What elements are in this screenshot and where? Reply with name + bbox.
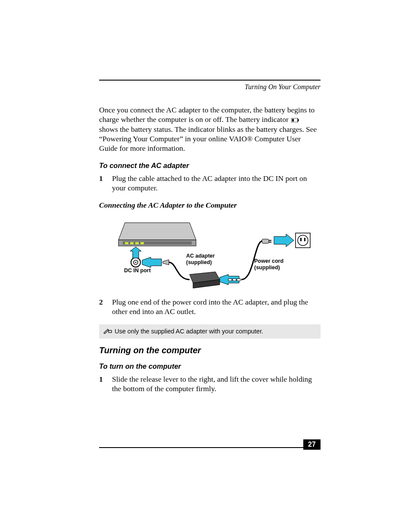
step-text: Slide the release lever to the right, an… (112, 375, 321, 394)
running-header: Turning On Your Computer (99, 83, 321, 91)
top-rule (99, 80, 321, 81)
svg-rect-9 (140, 242, 144, 244)
step-number: 1 (99, 375, 112, 394)
connect-step-2: 2 Plug one end of the power cord into th… (99, 298, 321, 317)
svg-marker-28 (130, 247, 141, 258)
svg-rect-20 (262, 239, 269, 243)
figure-label-power-cord: Power cord (supplied) (254, 258, 283, 271)
svg-rect-29 (109, 330, 112, 333)
svg-marker-23 (274, 234, 294, 247)
figure-caption: Connecting the AC Adapter to the Compute… (99, 201, 321, 210)
svg-marker-3 (118, 223, 196, 240)
step-number: 2 (99, 298, 112, 317)
svg-rect-2 (292, 119, 294, 121)
step-text: Plug one end of the power cord into the … (112, 298, 321, 317)
figure-label-ac-adapter-l1: AC adapter (186, 253, 215, 259)
page-footer: 27 (99, 447, 321, 448)
step-text: Plug the cable attached to the AC adapte… (112, 174, 321, 193)
svg-rect-22 (269, 242, 271, 243)
svg-rect-27 (304, 238, 305, 241)
svg-marker-13 (142, 257, 162, 268)
connect-heading: To connect the AC adapter (99, 162, 321, 170)
intro-text-2: shows the battery status. The indicator … (99, 125, 317, 152)
ac-adapter-figure: DC IN port AC adapter (supplied) Power c… (99, 215, 321, 292)
turn-on-sub-heading: To turn on the computer (99, 362, 321, 370)
svg-point-12 (135, 262, 137, 263)
note-text: Use only the supplied AC adapter with yo… (115, 328, 263, 335)
intro-text-1: Once you connect the AC adapter to the c… (99, 106, 314, 124)
battery-indicator-icon (291, 115, 299, 125)
document-page: Turning On Your Computer Once you connec… (0, 0, 411, 532)
svg-rect-21 (269, 240, 271, 241)
figure-label-ac-adapter: AC adapter (supplied) (186, 253, 215, 265)
svg-rect-26 (300, 238, 302, 241)
figure-label-dc-in: DC IN port (124, 268, 151, 274)
bottom-rule (99, 447, 321, 448)
figure-label-power-cord-l2: (supplied) (254, 264, 280, 271)
intro-paragraph: Once you connect the AC adapter to the c… (99, 106, 321, 153)
page-number: 27 (303, 439, 321, 450)
note-box: Use only the supplied AC adapter with yo… (99, 324, 321, 339)
svg-rect-1 (298, 119, 299, 121)
turn-on-step-1: 1 Slide the release lever to the right, … (99, 375, 321, 394)
step-number: 1 (99, 174, 112, 193)
figure-label-ac-adapter-l2: (supplied) (186, 259, 212, 265)
svg-rect-19 (237, 279, 240, 281)
svg-rect-8 (135, 242, 139, 244)
pencil-note-icon (103, 328, 112, 335)
svg-rect-7 (130, 242, 134, 244)
figure-label-power-cord-l1: Power cord (254, 258, 283, 264)
svg-rect-6 (125, 242, 128, 244)
connect-step-1: 1 Plug the cable attached to the AC adap… (99, 174, 321, 193)
turning-on-heading: Turning on the computer (99, 345, 321, 355)
svg-rect-18 (233, 279, 236, 281)
svg-rect-17 (228, 279, 232, 281)
